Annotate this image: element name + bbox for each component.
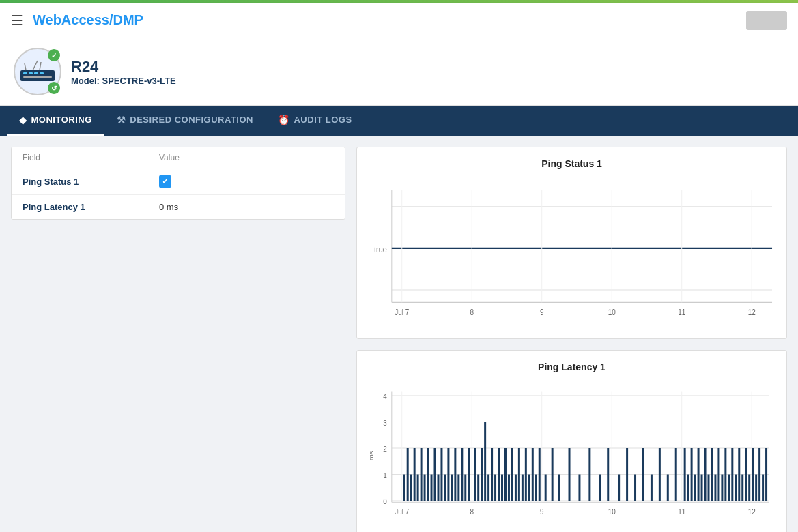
svg-rect-85 [578,475,580,501]
device-header: ✓ ↺ R24 Model: SPECTRE-v3-LTE [0,38,798,106]
svg-rect-49 [431,475,433,501]
ping-status-chart-title: Ping Status 1 [368,158,775,169]
tab-audit-logs[interactable]: ⏰ AUDIT LOGS [266,106,365,136]
table-row: Ping Status 1 [12,168,345,195]
svg-rect-61 [474,448,476,501]
svg-rect-99 [691,448,693,501]
svg-rect-0 [20,70,55,81]
svg-rect-75 [522,475,524,501]
ping-latency-chart-card: Ping Latency 1 ms 0 1 2 3 4 [356,350,787,532]
svg-rect-92 [642,448,644,501]
svg-rect-107 [717,448,719,501]
svg-rect-100 [694,475,696,501]
svg-text:10: 10 [608,308,616,316]
svg-rect-58 [461,448,463,501]
svg-rect-103 [704,448,707,501]
svg-rect-102 [701,475,703,501]
svg-rect-48 [427,448,429,501]
nav-tabs: ◆ MONITORING ⚒ DESIRED CONFIGURATION ⏰ A… [0,106,798,136]
svg-rect-110 [728,475,730,501]
svg-rect-109 [724,448,726,501]
logo-prefix: WebAccess/ [33,12,113,27]
svg-text:9: 9 [540,507,544,516]
svg-text:10: 10 [608,507,616,516]
svg-rect-105 [711,448,713,501]
svg-rect-96 [675,448,677,501]
svg-text:8: 8 [470,507,474,516]
svg-rect-51 [437,475,439,501]
svg-rect-72 [511,448,513,501]
svg-rect-104 [708,475,710,501]
svg-rect-82 [552,448,554,501]
ping-latency-field: Ping Latency 1 [23,202,159,212]
svg-rect-50 [434,448,436,501]
svg-text:true: true [374,244,387,254]
svg-rect-93 [651,475,653,501]
svg-rect-47 [424,475,426,501]
svg-rect-119 [758,448,760,501]
col-header-field: Field [23,153,159,162]
svg-rect-46 [421,448,423,501]
left-panel: Field Value Ping Status 1 Ping Latency 1… [11,147,345,532]
tab-audit-logs-label: AUDIT LOGS [294,115,352,125]
svg-rect-121 [765,448,767,501]
tab-desired-configuration[interactable]: ⚒ DESIRED CONFIGURATION [104,106,266,136]
svg-text:Jul 7: Jul 7 [395,507,409,516]
ping-latency-value: 0 ms [159,202,178,212]
device-icon-wrap: ✓ ↺ [14,48,61,95]
svg-rect-91 [634,475,636,501]
svg-rect-68 [498,448,500,501]
svg-line-8 [40,62,41,70]
svg-rect-62 [477,475,479,501]
logo: WebAccess/DMP [33,12,143,28]
svg-rect-60 [468,448,470,501]
device-name: R24 [71,58,176,76]
status-badge-bottom: ↺ [48,82,60,94]
svg-rect-95 [667,475,669,501]
menu-icon[interactable]: ☰ [11,12,23,29]
svg-rect-64 [484,422,486,501]
svg-text:0: 0 [383,498,387,506]
svg-rect-116 [748,475,750,501]
svg-rect-79 [535,475,537,501]
svg-rect-114 [741,475,743,501]
table-header: Field Value [12,147,345,168]
svg-rect-112 [735,475,737,501]
data-table: Field Value Ping Status 1 Ping Latency 1… [11,147,345,220]
svg-rect-115 [745,448,747,501]
wrench-icon: ⚒ [117,115,126,125]
ping-latency-svg: ms 0 1 2 3 4 [368,381,775,531]
svg-text:12: 12 [748,507,756,516]
svg-rect-71 [508,475,510,501]
svg-text:11: 11 [678,507,685,516]
svg-rect-4 [40,72,44,74]
svg-rect-67 [494,475,496,501]
svg-text:ms: ms [368,451,375,461]
user-avatar[interactable] [746,11,787,30]
ping-latency-chart-title: Ping Latency 1 [368,361,775,372]
clock-icon: ⏰ [278,115,290,125]
ping-status-svg: true Jul 7 8 9 10 11 12 [368,177,775,327]
svg-rect-42 [407,448,409,501]
svg-rect-83 [558,475,560,501]
svg-text:Jul 7: Jul 7 [395,308,409,316]
device-info: R24 Model: SPECTRE-v3-LTE [71,58,176,86]
svg-rect-5 [23,76,52,78]
svg-text:11: 11 [678,308,685,316]
tab-monitoring[interactable]: ◆ MONITORING [7,106,104,136]
svg-rect-57 [457,475,459,501]
topbar: ☰ WebAccess/DMP [0,3,798,38]
svg-rect-44 [414,448,416,501]
svg-rect-54 [447,448,449,501]
globe-icon: ◆ [19,115,27,125]
model-value: SPECTRE-v3-LTE [102,76,176,86]
svg-text:2: 2 [383,445,387,454]
svg-text:1: 1 [383,472,387,480]
svg-rect-111 [731,448,733,501]
tab-desired-configuration-label: DESIRED CONFIGURATION [130,115,253,125]
svg-rect-43 [410,475,412,501]
svg-rect-86 [588,448,590,501]
svg-rect-74 [518,448,520,501]
svg-text:9: 9 [540,308,544,316]
svg-text:3: 3 [383,419,387,428]
